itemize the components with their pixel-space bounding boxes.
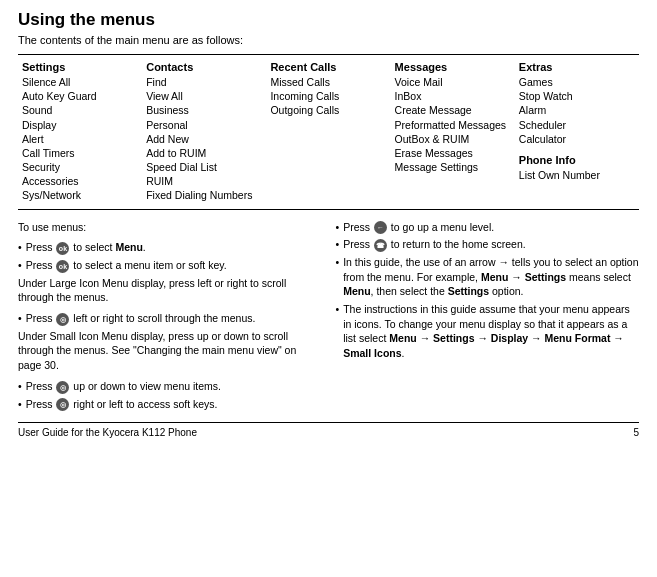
bullet-text: Press ← to go up a menu level. xyxy=(343,220,639,235)
nav-icon-3: ◎ xyxy=(56,398,69,411)
col-header-phone-info: Phone Info xyxy=(519,154,635,166)
col-item: Personal xyxy=(146,118,262,132)
col-item: Silence All xyxy=(22,75,138,89)
col-item: InBox xyxy=(395,89,511,103)
col-item: View All xyxy=(146,89,262,103)
ok-icon: ok xyxy=(56,242,69,255)
back-icon: ← xyxy=(374,221,387,234)
bullet-text: The instructions in this guide assume th… xyxy=(343,302,639,361)
bullet-format: • The instructions in this guide assume … xyxy=(336,302,640,361)
col-header-recent-calls: Recent Calls xyxy=(270,61,386,73)
footer-left-text: User Guide for the Kyocera K112 Phone xyxy=(18,427,197,438)
bullet-symbol: • xyxy=(18,240,22,255)
col-item: Call Timers xyxy=(22,146,138,160)
menu-col-messages: Messages Voice Mail InBox Create Message… xyxy=(391,61,515,203)
bullet-press-ok-select: • Press ok to select a menu item or soft… xyxy=(18,258,322,273)
col-item: Message Settings xyxy=(395,160,511,174)
menu-col-extras: Extras Games Stop Watch Alarm Scheduler … xyxy=(515,61,639,203)
col-item: List Own Number xyxy=(519,168,635,182)
col-item: Security xyxy=(22,160,138,174)
col-item: Business xyxy=(146,103,262,117)
col-item: Auto Key Guard xyxy=(22,89,138,103)
col-header-extras: Extras xyxy=(519,61,635,73)
nav-icon-2: ◎ xyxy=(56,381,69,394)
instructions-left: To use menus: • Press ok to select Menu.… xyxy=(18,220,322,415)
nav-icon: ◎ xyxy=(56,313,69,326)
col-item: Speed Dial List xyxy=(146,160,262,174)
bullet-symbol: • xyxy=(18,397,22,412)
bullet-symbol: • xyxy=(336,220,340,235)
use-menus-label: To use menus: xyxy=(18,220,322,235)
menu-bold-2: Menu xyxy=(343,285,370,297)
bullet-symbol: • xyxy=(18,258,22,273)
subtitle: The contents of the main menu are as fol… xyxy=(18,34,639,46)
col-item: RUIM xyxy=(146,174,262,188)
page-title: Using the menus xyxy=(18,10,639,30)
col-item: Voice Mail xyxy=(395,75,511,89)
bullet-text: Press ok to select Menu. xyxy=(26,240,322,255)
menu-col-recent-calls: Recent Calls Missed Calls Incoming Calls… xyxy=(266,61,390,203)
footer-page-number: 5 xyxy=(633,427,639,438)
col-item: Add New xyxy=(146,132,262,146)
col-header-contacts: Contacts xyxy=(146,61,262,73)
bullet-symbol: • xyxy=(336,237,340,252)
bullet-nav-rl: • Press ◎ right or left to access soft k… xyxy=(18,397,322,412)
menu-table: Settings Silence All Auto Key Guard Soun… xyxy=(18,54,639,210)
settings-bold: Settings xyxy=(448,285,489,297)
bullet-press-ok-menu: • Press ok to select Menu. xyxy=(18,240,322,255)
large-icon-para: Under Large Icon Menu display, press lef… xyxy=(18,276,322,305)
col-item: Find xyxy=(146,75,262,89)
bullet-text: Press ok to select a menu item or soft k… xyxy=(26,258,322,273)
bullet-text: Press ◎ left or right to scroll through … xyxy=(26,311,322,326)
menu-bold: Menu xyxy=(115,241,142,253)
end-icon: ☎ xyxy=(374,239,387,252)
bullet-text: Press ☎ to return to the home screen. xyxy=(343,237,639,252)
col-item: Fixed Dialing Numbers xyxy=(146,188,262,202)
instructions-section: To use menus: • Press ok to select Menu.… xyxy=(18,220,639,415)
footer: User Guide for the Kyocera K112 Phone 5 xyxy=(18,422,639,438)
menu-col-settings: Settings Silence All Auto Key Guard Soun… xyxy=(18,61,142,203)
col-item: Scheduler xyxy=(519,118,635,132)
bullet-nav-ud: • Press ◎ up or down to view menu items. xyxy=(18,379,322,394)
col-item: Missed Calls xyxy=(270,75,386,89)
page-container: Using the menus The contents of the main… xyxy=(0,0,657,446)
col-item: Accessories xyxy=(22,174,138,188)
bullet-text: Press ◎ up or down to view menu items. xyxy=(26,379,322,394)
bullet-symbol: • xyxy=(18,379,22,394)
bullet-symbol: • xyxy=(336,302,340,317)
col-item: Calculator xyxy=(519,132,635,146)
col-header-settings: Settings xyxy=(22,61,138,73)
bullet-arrow-guide: • In this guide, the use of an arrow → t… xyxy=(336,255,640,299)
menu-example-bold: Menu → Settings xyxy=(481,271,566,283)
col-item: Add to RUIM xyxy=(146,146,262,160)
col-item: Preformatted Messages xyxy=(395,118,511,132)
bullet-text: In this guide, the use of an arrow → tel… xyxy=(343,255,639,299)
menu-format-bold: Menu → Settings → Display → Menu Format … xyxy=(343,332,624,359)
ok-icon-2: ok xyxy=(56,260,69,273)
col-item: Erase Messages xyxy=(395,146,511,160)
bullet-nav-lr: • Press ◎ left or right to scroll throug… xyxy=(18,311,322,326)
col-item: OutBox & RUIM xyxy=(395,132,511,146)
col-item: Sys/Network xyxy=(22,188,138,202)
bullet-text: Press ◎ right or left to access soft key… xyxy=(26,397,322,412)
bullet-symbol: • xyxy=(336,255,340,270)
col-item: Alert xyxy=(22,132,138,146)
col-item: Create Message xyxy=(395,103,511,117)
col-item: Stop Watch xyxy=(519,89,635,103)
col-header-messages: Messages xyxy=(395,61,511,73)
bullet-symbol: • xyxy=(18,311,22,326)
col-item: Sound xyxy=(22,103,138,117)
bullet-end: • Press ☎ to return to the home screen. xyxy=(336,237,640,252)
small-icon-para: Under Small Icon Menu display, press up … xyxy=(18,329,322,373)
col-item: Incoming Calls xyxy=(270,89,386,103)
col-item: Alarm xyxy=(519,103,635,117)
bullet-back: • Press ← to go up a menu level. xyxy=(336,220,640,235)
instructions-right: • Press ← to go up a menu level. • Press… xyxy=(336,220,640,415)
col-item: Games xyxy=(519,75,635,89)
col-item: Display xyxy=(22,118,138,132)
menu-col-contacts: Contacts Find View All Business Personal… xyxy=(142,61,266,203)
col-item: Outgoing Calls xyxy=(270,103,386,117)
